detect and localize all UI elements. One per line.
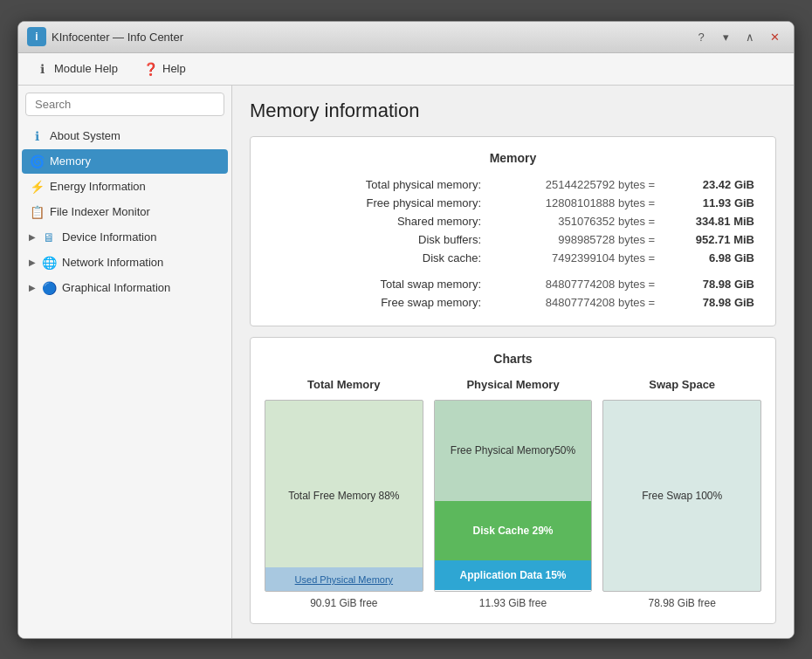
row-value: 334.81 MiB [662, 212, 761, 230]
total-free-label: Total Free Memory 88% [265, 490, 423, 502]
sidebar-label-about-system: About System [50, 129, 120, 142]
row-bytes: 84807774208 bytes = [488, 267, 662, 293]
memory-icon: 🌀 [29, 154, 45, 169]
module-help-icon: ℹ [34, 61, 50, 77]
sidebar-item-graphical[interactable]: ▶ 🔵 Graphical Information [22, 276, 228, 300]
row-bytes: 25144225792 bytes = [488, 175, 662, 194]
about-system-icon: ℹ [29, 128, 45, 144]
row-bytes: 351076352 bytes = [488, 212, 662, 230]
help-label: Help [162, 62, 186, 75]
table-row: Total swap memory: 84807774208 bytes = 7… [265, 267, 761, 293]
network-icon: 🌐 [41, 255, 57, 271]
file-indexer-icon: 📋 [29, 204, 45, 220]
help-item[interactable]: ❓ Help [137, 58, 191, 79]
table-row: Disk cache: 7492399104 bytes = 6.98 GiB [265, 249, 761, 267]
sidebar-label-network: Network Information [62, 256, 163, 269]
memory-info-card: Memory Total physical memory: 2514422579… [250, 136, 776, 326]
sidebar-label-memory: Memory [50, 154, 91, 168]
table-row: Shared memory: 351076352 bytes = 334.81 … [265, 212, 761, 230]
row-label: Shared memory: [265, 212, 488, 230]
titlebar-controls: ? ▾ ∧ ✕ [691, 28, 785, 45]
row-label: Total physical memory: [265, 175, 488, 194]
table-row: Total physical memory: 25144225792 bytes… [265, 175, 761, 194]
row-bytes: 12808101888 bytes = [488, 194, 662, 212]
row-label: Free swap memory: [265, 293, 488, 312]
titlebar: i KInfocenter — Info Center ? ▾ ∧ ✕ [18, 22, 794, 53]
sidebar-item-file-indexer[interactable]: 📋 File Indexer Monitor [22, 200, 228, 224]
row-value: 78.98 GiB [662, 267, 761, 293]
swap-space-title: Swap Space [649, 378, 715, 391]
total-used-pct: 11% [334, 590, 354, 591]
row-bytes: 84807774208 bytes = [488, 293, 662, 312]
module-help-label: Module Help [54, 62, 118, 75]
table-row: Disk buffers: 998985728 bytes = 952.71 M… [265, 230, 761, 249]
app-icon: i [27, 27, 46, 46]
toolbar: ℹ Module Help ❓ Help [18, 53, 794, 86]
sidebar-item-about-system[interactable]: ℹ About System [22, 124, 228, 148]
total-free-text: 90.91 GiB free [310, 597, 377, 609]
network-expand-arrow: ▶ [29, 257, 36, 267]
table-row: Free swap memory: 84807774208 bytes = 78… [265, 293, 761, 312]
search-input[interactable] [25, 93, 224, 116]
main-content: Memory information Memory Total physical… [232, 86, 794, 638]
total-memory-title: Total Memory [307, 378, 381, 391]
memory-table: Total physical memory: 25144225792 bytes… [265, 175, 761, 312]
close-button[interactable]: ✕ [764, 28, 785, 45]
page-title: Memory information [250, 100, 776, 122]
charts-card: Charts Total Memory Total Free Memory 88… [250, 337, 776, 624]
swap-space-bar: Free Swap 100% [602, 400, 761, 592]
table-row: Free physical memory: 12808101888 bytes … [265, 194, 761, 212]
app-data-segment: Application Data 15% [435, 560, 592, 591]
device-expand-arrow: ▶ [29, 232, 36, 242]
physical-free-text: 11.93 GiB free [479, 597, 547, 609]
charts-header: Charts [265, 352, 761, 366]
charts-row: Total Memory Total Free Memory 88% Used … [265, 378, 761, 609]
sidebar-label-device: Device Information [62, 230, 156, 244]
row-label: Total swap memory: [265, 267, 488, 293]
graphical-icon: 🔵 [41, 280, 57, 296]
physical-memory-title: Physical Memory [466, 378, 559, 391]
swap-space-chart: Swap Space Free Swap 100% 78.98 GiB free [602, 378, 761, 609]
row-bytes: 998985728 bytes = [488, 230, 662, 249]
total-memory-bar: Total Free Memory 88% Used Physical Memo… [265, 400, 423, 592]
row-value: 11.93 GiB [662, 194, 761, 212]
sidebar-label-energy: Energy Information [50, 180, 146, 193]
help-button[interactable]: ? [691, 28, 712, 45]
menu-button[interactable]: ▾ [715, 28, 736, 45]
help-icon: ❓ [142, 61, 158, 77]
module-help-item[interactable]: ℹ Module Help [29, 58, 123, 79]
minimize-button[interactable]: ∧ [740, 28, 760, 45]
swap-free-label: Free Swap 100% [603, 490, 760, 502]
row-value: 78.98 GiB [662, 293, 761, 312]
graphical-expand-arrow: ▶ [29, 283, 36, 292]
row-label: Free physical memory: [265, 194, 488, 212]
sidebar-item-memory[interactable]: 🌀 Memory [22, 149, 228, 174]
energy-icon: ⚡ [29, 179, 45, 195]
sidebar-item-network[interactable]: ▶ 🌐 Network Information [22, 251, 228, 275]
total-memory-chart: Total Memory Total Free Memory 88% Used … [265, 378, 423, 609]
row-value: 952.71 MiB [662, 230, 761, 249]
sidebar: ℹ About System 🌀 Memory ⚡ Energy Informa… [18, 86, 232, 638]
application-window: i KInfocenter — Info Center ? ▾ ∧ ✕ ℹ Mo… [17, 21, 795, 639]
swap-free-text: 78.98 GiB free [648, 597, 715, 609]
row-value: 23.42 GiB [662, 175, 761, 194]
content-area: ℹ About System 🌀 Memory ⚡ Energy Informa… [18, 86, 794, 638]
physical-free-segment: Free Physical Memory 50% [435, 401, 592, 502]
sidebar-item-device[interactable]: ▶ 🖥 Device Information [22, 225, 228, 250]
sidebar-item-energy[interactable]: ⚡ Energy Information [22, 175, 228, 199]
window-title: KInfocenter — Info Center [52, 31, 183, 44]
row-value: 6.98 GiB [662, 249, 761, 267]
titlebar-left: i KInfocenter — Info Center [27, 27, 183, 46]
total-used-bar: Used Physical Memory 11% [265, 567, 423, 590]
memory-card-header: Memory [265, 151, 761, 165]
disk-cache-segment: Disk Cache 29% [435, 501, 592, 559]
physical-memory-chart: Physical Memory Free Physical Memory 50%… [434, 378, 593, 609]
row-label: Disk cache: [265, 249, 488, 267]
sidebar-label-graphical: Graphical Information [62, 281, 170, 294]
total-used-label[interactable]: Used Physical Memory [295, 574, 393, 585]
device-icon: 🖥 [41, 230, 57, 245]
physical-memory-bar: Free Physical Memory 50% Disk Cache 29% … [434, 400, 593, 592]
sidebar-label-file-indexer: File Indexer Monitor [50, 205, 150, 218]
row-label: Disk buffers: [265, 230, 488, 249]
row-bytes: 7492399104 bytes = [488, 249, 662, 267]
